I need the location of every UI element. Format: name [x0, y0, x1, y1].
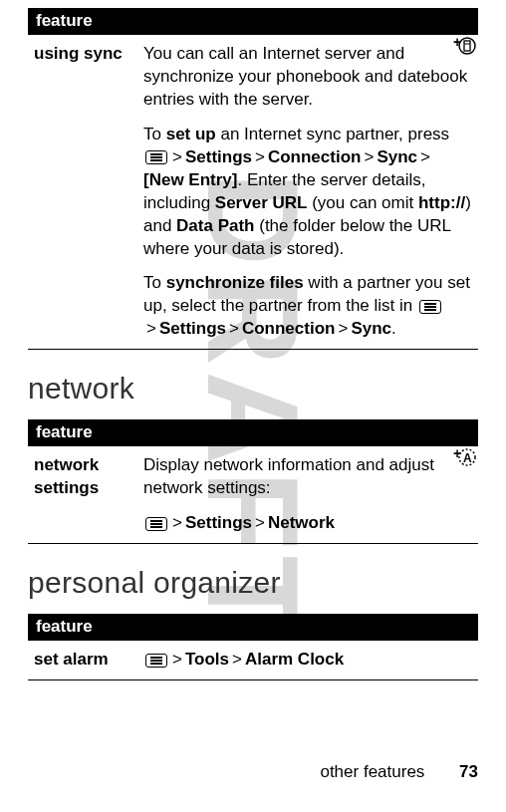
- footer-text: other features: [320, 762, 424, 781]
- menu-key-icon: [145, 150, 167, 164]
- ui-term: Server URL: [215, 193, 308, 212]
- menu-key-icon: [145, 654, 167, 668]
- sync-icon: +: [450, 35, 476, 57]
- section-heading-personal-organizer: personal organizer: [28, 566, 478, 600]
- feature-table-sync: feature using sync + You can call an Int…: [28, 8, 478, 350]
- text: Display network information and adjust n…: [143, 455, 434, 497]
- svg-rect-2: [464, 41, 470, 51]
- feature-label: network settings: [28, 446, 137, 544]
- svg-text:A: A: [463, 451, 472, 465]
- page-number: 73: [459, 762, 478, 781]
- feature-description: >Tools>Alarm Clock: [137, 641, 478, 680]
- table-header: feature: [28, 614, 478, 641]
- ui-term: Data Path: [176, 216, 254, 235]
- separator: >: [420, 147, 430, 166]
- menu-path: Connection: [242, 319, 336, 338]
- menu-path: [New Entry]: [143, 170, 237, 189]
- feature-description: + A Display network information and adju…: [137, 446, 478, 544]
- section-heading-network: network: [28, 372, 478, 406]
- text: an Internet sync partner, press: [216, 125, 449, 143]
- separator: >: [338, 319, 348, 338]
- menu-path: Sync: [377, 147, 417, 166]
- separator: >: [232, 650, 242, 669]
- feature-description: + You can call an Internet server and sy…: [137, 35, 478, 350]
- separator: >: [172, 650, 182, 669]
- feature-label: using sync: [28, 35, 137, 350]
- text: To: [143, 273, 166, 292]
- feature-table-organizer: feature set alarm >Tools>Alarm Clock: [28, 614, 478, 680]
- text: (you can omit: [307, 193, 418, 212]
- feature-table-network: feature network settings + A Display net…: [28, 419, 478, 544]
- menu-path: Alarm Clock: [245, 650, 344, 669]
- menu-path: Settings: [185, 147, 252, 166]
- menu-path: Settings: [185, 513, 252, 532]
- menu-key-icon: [145, 517, 167, 531]
- menu-path: Network: [268, 513, 335, 532]
- separator: >: [255, 147, 265, 166]
- separator: >: [146, 319, 156, 338]
- menu-path: Sync: [351, 319, 391, 338]
- network-icon: + A: [450, 446, 476, 468]
- feature-label: set alarm: [28, 641, 137, 680]
- separator: >: [172, 513, 182, 532]
- menu-path: Settings: [159, 319, 226, 338]
- ui-term: http://: [418, 193, 465, 212]
- table-header: feature: [28, 419, 478, 446]
- table-header: feature: [28, 8, 478, 35]
- text: .: [391, 319, 396, 338]
- text-bold: set up: [166, 125, 216, 143]
- separator: >: [172, 147, 182, 166]
- menu-path: Connection: [268, 147, 362, 166]
- separator: >: [229, 319, 239, 338]
- separator: >: [364, 147, 374, 166]
- text-bold: synchronize files: [166, 273, 304, 292]
- text: To: [143, 125, 166, 143]
- menu-path: Tools: [185, 650, 229, 669]
- page-footer: other features 73: [320, 762, 478, 782]
- separator: >: [255, 513, 265, 532]
- menu-key-icon: [419, 300, 441, 314]
- text: You can call an Internet server and sync…: [143, 44, 467, 109]
